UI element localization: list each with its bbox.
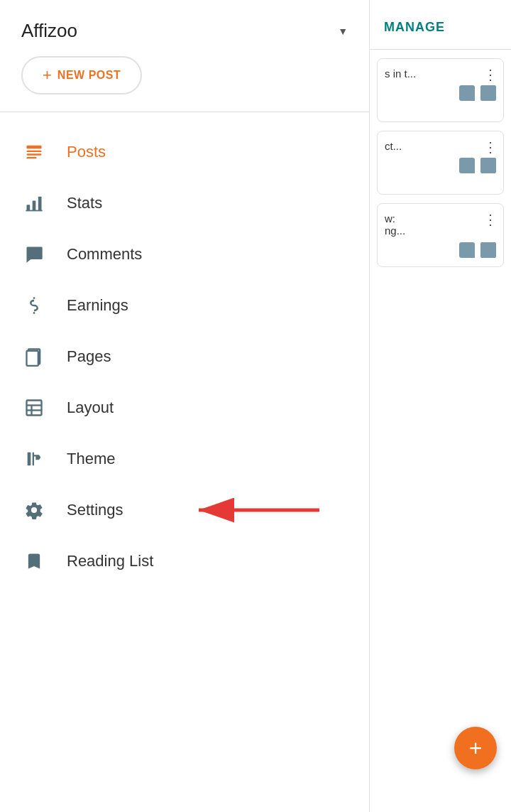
nav-list: Posts Stats Comments xyxy=(0,119,369,594)
svg-rect-9 xyxy=(27,351,38,366)
sidebar-item-pages[interactable]: Pages xyxy=(0,331,369,382)
sidebar-item-label: Posts xyxy=(67,143,106,161)
sidebar-item-posts[interactable]: Posts xyxy=(0,126,369,178)
sidebar: Affizoo ▼ + NEW POST Posts xyxy=(0,0,369,812)
stats-icon xyxy=(21,190,47,216)
divider xyxy=(0,112,369,112)
image-icon xyxy=(480,85,496,101)
sidebar-header: Affizoo ▼ xyxy=(0,0,369,56)
theme-icon xyxy=(21,446,47,472)
sidebar-item-label: Layout xyxy=(67,399,114,417)
sidebar-item-theme[interactable]: Theme xyxy=(0,433,369,485)
more-options-button[interactable]: ⋮ xyxy=(483,211,498,228)
svg-rect-2 xyxy=(27,153,42,155)
image-icon xyxy=(480,242,496,258)
posts-icon xyxy=(21,139,47,165)
svg-rect-5 xyxy=(33,201,36,211)
sidebar-item-reading-list[interactable]: Reading List xyxy=(0,536,369,587)
sidebar-item-label: Stats xyxy=(67,194,102,212)
post-card: w:ng... ⋮ xyxy=(377,203,504,267)
svg-rect-1 xyxy=(27,151,42,152)
settings-arrow-annotation xyxy=(185,496,326,524)
manage-title: MANAGE xyxy=(384,20,445,34)
sidebar-item-comments[interactable]: Comments xyxy=(0,229,369,280)
svg-rect-6 xyxy=(38,197,42,211)
sidebar-item-label: Theme xyxy=(67,450,115,468)
post-card-text: s in t... xyxy=(385,67,496,80)
reading-list-icon xyxy=(21,548,47,574)
sidebar-item-earnings[interactable]: Earnings xyxy=(0,280,369,331)
svg-rect-0 xyxy=(27,146,42,149)
sidebar-item-label: Comments xyxy=(67,245,142,264)
post-card-icons xyxy=(385,85,496,101)
post-card: s in t... ⋮ xyxy=(377,58,504,122)
sidebar-item-label: Settings xyxy=(67,501,123,519)
post-card-icons xyxy=(385,242,496,258)
new-post-label: NEW POST xyxy=(57,69,121,82)
plus-icon: + xyxy=(43,67,52,83)
svg-rect-3 xyxy=(27,157,37,158)
earnings-icon xyxy=(21,293,47,318)
comment-icon xyxy=(459,158,475,173)
post-card-text: ct... xyxy=(385,140,496,152)
comments-icon xyxy=(21,242,47,267)
more-options-button[interactable]: ⋮ xyxy=(483,139,498,156)
fab-plus-icon: + xyxy=(469,737,483,759)
sidebar-item-label: Earnings xyxy=(67,296,128,315)
pages-icon xyxy=(21,344,47,369)
post-card: ct... ⋮ xyxy=(377,131,504,195)
new-post-button[interactable]: + NEW POST xyxy=(21,56,142,94)
fab-button[interactable]: + xyxy=(454,727,497,769)
image-icon xyxy=(480,158,496,173)
svg-rect-4 xyxy=(27,205,31,210)
sidebar-item-stats[interactable]: Stats xyxy=(0,178,369,229)
settings-icon xyxy=(21,497,47,523)
more-options-button[interactable]: ⋮ xyxy=(483,66,498,83)
sidebar-item-layout[interactable]: Layout xyxy=(0,382,369,433)
layout-icon xyxy=(21,395,47,421)
manage-header: MANAGE xyxy=(370,0,511,50)
dropdown-arrow-icon[interactable]: ▼ xyxy=(338,26,348,37)
post-card-icons xyxy=(385,158,496,173)
app-title: Affizoo xyxy=(21,20,329,42)
sidebar-item-label: Pages xyxy=(67,347,111,366)
comment-icon xyxy=(459,242,475,258)
right-panel: MANAGE s in t... ⋮ ct... ⋮ w:ng... ⋮ + xyxy=(369,0,511,812)
sidebar-item-label: Reading List xyxy=(67,552,153,570)
comment-icon xyxy=(459,85,475,101)
post-card-text: w:ng... xyxy=(385,212,496,237)
sidebar-item-settings[interactable]: Settings xyxy=(0,485,369,536)
svg-rect-10 xyxy=(27,401,42,416)
